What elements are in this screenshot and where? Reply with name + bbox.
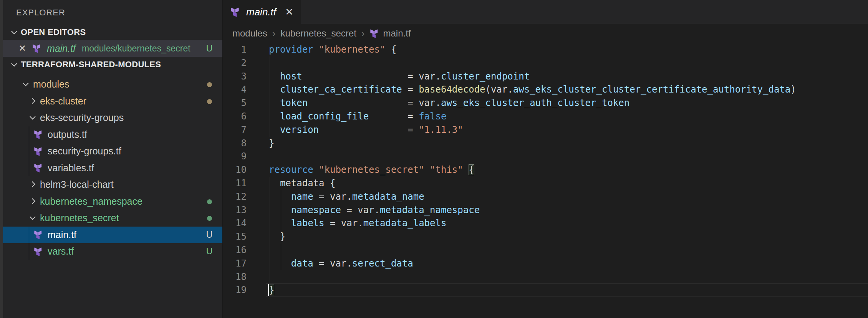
open-editor-path: modules/kubernetes_secret	[82, 43, 190, 54]
code-line-4[interactable]: 4 cluster_ca_certificate = base64decode(…	[223, 83, 868, 96]
indent-guide	[281, 217, 281, 230]
code-line-17[interactable]: 17 data = var.serect_data	[223, 257, 868, 270]
breadcrumb-item[interactable]: kubernetes_secret	[280, 28, 356, 39]
code-line-2[interactable]: 2	[223, 56, 868, 70]
code-token: cluster_ca_certificate	[280, 84, 402, 95]
code-token: "1.11.3"	[419, 124, 463, 135]
code-token	[463, 164, 469, 175]
code-line-14[interactable]: 14 labels = var.metadata_labels	[223, 217, 868, 230]
line-number: 11	[223, 177, 247, 190]
code-line-18[interactable]: 18	[223, 270, 868, 284]
tree-item-kubernetes-namespace[interactable]: kubernetes_namespace	[3, 193, 222, 210]
tree-item-eks-cluster[interactable]: eks-cluster	[3, 93, 222, 110]
line-number: 12	[223, 190, 247, 204]
code-token	[269, 98, 280, 108]
section-open-editors[interactable]: OPEN EDITORS	[3, 25, 222, 40]
code-token: {	[469, 164, 474, 175]
folder-name: kubernetes_namespace	[40, 196, 142, 207]
line-number: 8	[223, 137, 247, 150]
tree-item-vars-tf[interactable]: vars.tfU	[3, 243, 222, 260]
file-name: main.tf	[48, 229, 76, 240]
code-token: = var.	[302, 71, 441, 82]
line-number: 10	[223, 163, 247, 177]
code-token: name	[291, 191, 313, 202]
tree-item-outputs-tf[interactable]: outputs.tf	[3, 126, 222, 143]
open-editor-item[interactable]: ✕ main.tfmodules/kubernetes_secretU	[3, 40, 222, 57]
code-token: metadata_labels	[363, 218, 447, 229]
tree-item-helm3-local-chart[interactable]: helm3-local-chart	[3, 176, 222, 193]
code-line-8[interactable]: 8}	[223, 137, 868, 150]
tree-item-modules[interactable]: modules	[3, 76, 222, 93]
tree-item-kubernetes-secret[interactable]: kubernetes_secret	[3, 210, 222, 227]
code-line-19[interactable]: 19}	[223, 283, 868, 297]
code-line-3[interactable]: 3 host = var.cluster_endpoint	[223, 70, 868, 83]
code-token: }	[269, 138, 274, 149]
code-line-15[interactable]: 15 }	[223, 230, 868, 243]
line-number: 5	[223, 96, 247, 110]
chevron-right-icon	[28, 199, 36, 204]
indent-guide	[270, 204, 270, 217]
terraform-icon	[34, 163, 44, 173]
code-line-6[interactable]: 6 load_config_file = false	[223, 110, 868, 123]
code-line-1[interactable]: 1provider "kubernetes" {	[223, 43, 868, 56]
code-token: =	[369, 111, 419, 122]
close-icon[interactable]: ✕	[18, 43, 28, 54]
indent-guide	[270, 270, 270, 284]
indent-guide	[270, 190, 270, 204]
terraform-icon	[32, 43, 42, 53]
code-token: = var.	[341, 205, 380, 215]
tab-main-tf[interactable]: main.tf ✕	[223, 0, 301, 24]
line-number: 7	[223, 123, 247, 137]
code-token	[424, 164, 430, 175]
code-line-12[interactable]: 12 name = var.metadata_name	[223, 190, 868, 204]
code-token: metadata {	[269, 178, 335, 189]
code-token: }	[269, 231, 285, 242]
code-token: serect_data	[352, 258, 413, 269]
code-token	[313, 44, 319, 55]
chevron-down-icon	[21, 82, 29, 86]
indent-guide	[281, 243, 281, 257]
code-token: "kubernetes_secret"	[319, 164, 424, 175]
code-token: }	[269, 285, 274, 295]
code-token: false	[419, 111, 446, 122]
code-line-7[interactable]: 7 version = "1.11.3"	[223, 123, 868, 137]
code-token: token	[280, 98, 308, 108]
code-token: =	[402, 84, 419, 95]
indent-guide	[270, 123, 270, 137]
terraform-icon	[230, 7, 241, 17]
git-status-dot	[204, 213, 215, 223]
indent-guide	[270, 70, 270, 83]
chevron-down-icon	[28, 116, 36, 120]
tree-item-eks-security-groups[interactable]: eks-security-groups	[3, 109, 222, 126]
code-token: = var.	[325, 218, 363, 229]
code-line-13[interactable]: 13 namespace = var.metadata_namespace	[223, 204, 868, 217]
code-token: (var.	[485, 84, 513, 95]
code-token	[269, 258, 291, 269]
line-number: 19	[223, 283, 247, 297]
code-token	[269, 218, 291, 229]
code-line-11[interactable]: 11 metadata {	[223, 177, 868, 190]
file-name: variables.tf	[48, 162, 94, 174]
code-editor[interactable]: 1provider "kubernetes" {23 host = var.cl…	[223, 43, 868, 318]
code-token	[269, 111, 280, 122]
indent-guide	[29, 243, 29, 260]
code-token: aws_eks_cluster_auth_cluster_token	[441, 98, 629, 108]
breadcrumb-item[interactable]: main.tf	[370, 28, 411, 39]
terraform-icon	[34, 230, 44, 240]
code-line-9[interactable]: 9	[223, 150, 868, 163]
tree-item-security-groups-tf[interactable]: security-groups.tf	[3, 143, 222, 160]
close-icon[interactable]: ✕	[285, 6, 293, 18]
chevron-down-icon	[9, 63, 18, 67]
code-token: host	[280, 71, 302, 82]
tree-item-variables-tf[interactable]: variables.tf	[3, 160, 222, 177]
code-line-16[interactable]: 16	[223, 243, 868, 257]
tree-item-main-tf[interactable]: main.tfU	[3, 227, 222, 243]
line-number: 4	[223, 83, 247, 96]
breadcrumb-label: modules	[232, 28, 267, 39]
breadcrumb-item[interactable]: modules	[232, 28, 267, 39]
indent-guide	[281, 204, 281, 217]
code-line-5[interactable]: 5 token = var.aws_eks_cluster_auth_clust…	[223, 96, 868, 110]
line-number: 17	[223, 257, 247, 270]
section-workspace[interactable]: TERRAFORM-SHARED-MODULES	[3, 57, 222, 72]
code-line-10[interactable]: 10resource "kubernetes_secret" "this" {	[223, 163, 868, 177]
